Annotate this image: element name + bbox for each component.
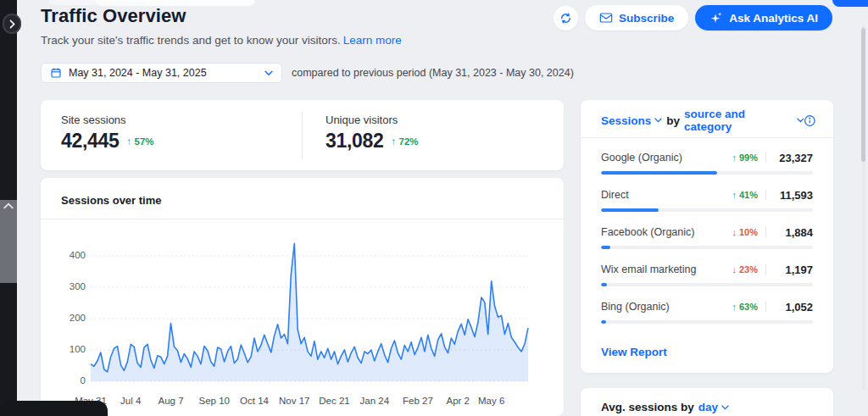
- header-actions: Subscribe Ask Analytics AI: [554, 5, 832, 31]
- progress-track: [601, 208, 813, 212]
- source-value: 11,593: [774, 189, 813, 202]
- learn-more-link[interactable]: Learn more: [343, 34, 402, 47]
- source-value: 1,884: [774, 226, 813, 239]
- value-divider: [765, 153, 766, 163]
- kpi-unique-visitors: Unique visitors 31,082 ↑ 72%: [326, 114, 419, 153]
- progress-fill: [601, 246, 610, 249]
- x-axis-label: Jul 4: [120, 396, 141, 406]
- x-axis-label: Dec 21: [319, 396, 349, 406]
- ai-sparkle-icon: [709, 11, 723, 25]
- x-axis-label: Apr 2: [447, 396, 470, 406]
- avg-sessions-title: Avg. sessions by day: [601, 401, 729, 413]
- comparison-period-text: compared to previous period (May 31, 202…: [292, 67, 574, 79]
- chevron-down-icon: [654, 118, 662, 123]
- sessions-over-time-card: Sessions over time 0100200300400May 31Ju…: [41, 178, 564, 416]
- kpi-value: 31,082: [326, 130, 384, 153]
- kpi-site-sessions: Site sessions 42,445 ↑ 57%: [61, 114, 154, 153]
- progress-fill: [601, 208, 659, 212]
- page-subtitle: Track your site's traffic trends and get…: [41, 34, 402, 47]
- x-axis-label: Jan 24: [360, 396, 390, 406]
- metric-dropdown[interactable]: Sessions: [601, 114, 662, 127]
- source-label: Bing (Organic): [601, 301, 719, 313]
- envelope-icon: [599, 12, 613, 24]
- chart-canvas: [91, 237, 528, 383]
- value-divider: [765, 190, 766, 200]
- page-scrollbar-thumb[interactable]: [861, 28, 865, 162]
- ask-analytics-ai-button[interactable]: Ask Analytics AI: [695, 5, 832, 31]
- card-header-divider: [581, 137, 833, 138]
- breakdown-header: Sessions by source and category: [601, 112, 816, 129]
- y-axis-label: 300: [61, 281, 86, 291]
- avg-sessions-card: Avg. sessions by day: [581, 388, 833, 416]
- info-icon[interactable]: [804, 114, 816, 127]
- avg-dimension-dropdown[interactable]: day: [698, 401, 729, 413]
- progress-fill: [601, 320, 606, 324]
- progress-track: [601, 171, 813, 175]
- breakdown-row[interactable]: Wix email marketing↓ 23%1,197: [601, 258, 813, 295]
- progress-fill: [601, 171, 717, 175]
- breakdown-rows: Google (Organic)↑ 99%23,327Direct↑ 41%11…: [601, 146, 813, 332]
- view-report-link[interactable]: View Report: [601, 346, 667, 358]
- source-value: 1,197: [774, 263, 813, 276]
- chevron-right-icon: [8, 19, 16, 29]
- analytics-dashboard: Traffic Overview Track your site's traff…: [0, 0, 868, 416]
- kpi-card: Site sessions 42,445 ↑ 57% Unique visito…: [41, 100, 564, 170]
- x-axis-label: May 6: [478, 396, 504, 406]
- chart-title: Sessions over time: [61, 194, 162, 207]
- kpi-label: Unique visitors: [326, 114, 419, 126]
- y-axis-label: 400: [61, 250, 86, 260]
- x-axis-label: Sep 10: [199, 396, 230, 406]
- bottom-left-overlay: [0, 401, 108, 416]
- value-divider: [765, 302, 766, 312]
- progress-track: [601, 320, 813, 324]
- breakdown-row[interactable]: Google (Organic)↑ 99%23,327: [601, 146, 813, 183]
- chevron-down-icon: [721, 405, 729, 410]
- sessions-breakdown-card: Sessions by source and category Google (…: [581, 100, 833, 373]
- scroll-up-caret-icon: [3, 202, 14, 210]
- source-label: Facebook (Organic): [601, 226, 719, 238]
- progress-track: [601, 246, 813, 249]
- kpi-label: Site sessions: [61, 114, 154, 126]
- sidebar-expand-button[interactable]: [3, 14, 21, 34]
- change-badge: ↓ 23%: [719, 264, 758, 275]
- refresh-icon: [559, 12, 572, 25]
- page-title: Traffic Overview: [41, 5, 186, 27]
- sessions-line-chart: 0100200300400May 31Jul 4Aug 7Sep 10Oct 1…: [61, 237, 548, 407]
- progress-fill: [601, 283, 607, 286]
- calendar-icon: [50, 67, 62, 79]
- date-range-picker[interactable]: May 31, 2024 - May 31, 2025: [41, 63, 282, 83]
- progress-track: [601, 283, 813, 286]
- collapsed-sidebar: [0, 0, 17, 416]
- change-badge: ↑ 63%: [719, 302, 758, 312]
- source-label: Direct: [601, 189, 719, 201]
- x-axis-label: Feb 27: [403, 396, 433, 406]
- value-divider: [765, 227, 766, 237]
- change-badge: ↑ 99%: [719, 153, 758, 163]
- kpi-value: 42,445: [61, 130, 120, 153]
- kpi-change-badge: ↑ 72%: [392, 136, 419, 147]
- refresh-button[interactable]: [554, 6, 578, 31]
- subscribe-button[interactable]: Subscribe: [585, 5, 688, 31]
- breakdown-row[interactable]: Direct↑ 41%11,593: [601, 183, 813, 220]
- chevron-down-icon: [797, 118, 804, 123]
- chevron-down-icon: [264, 70, 273, 76]
- breakdown-connector: by: [666, 114, 680, 127]
- breakdown-row[interactable]: Bing (Organic)↑ 63%1,052: [601, 295, 813, 332]
- card-header-divider: [41, 219, 564, 219]
- source-label: Wix email marketing: [601, 263, 719, 275]
- x-axis-label: Aug 7: [159, 396, 184, 406]
- y-axis-label: 0: [61, 375, 86, 385]
- kpi-change-badge: ↑ 57%: [127, 136, 154, 147]
- dimension-dropdown[interactable]: source and category: [684, 108, 804, 133]
- breakdown-row[interactable]: Facebook (Organic)↓ 10%1,884: [601, 220, 813, 258]
- x-axis-label: Nov 17: [279, 396, 309, 406]
- kpi-divider: [302, 112, 303, 158]
- source-value: 1,052: [774, 301, 813, 313]
- y-axis-label: 100: [61, 344, 86, 354]
- sidebar-scrollbar-thumb[interactable]: [0, 200, 17, 283]
- top-cutoff-blue-button[interactable]: [832, 0, 868, 7]
- source-label: Google (Organic): [601, 152, 719, 164]
- value-divider: [765, 264, 766, 275]
- source-value: 23,327: [774, 152, 813, 164]
- y-axis-label: 200: [61, 313, 86, 323]
